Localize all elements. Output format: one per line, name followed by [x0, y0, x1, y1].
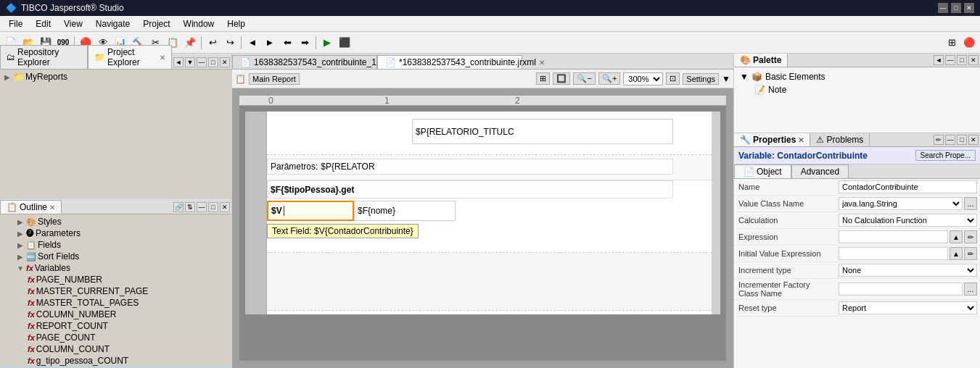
editor-content[interactable]: 0 1 2 $P{RELATORIO_TITULC: [232, 88, 733, 368]
menu-project[interactable]: Project: [137, 17, 176, 30]
palette-close[interactable]: ✕: [968, 55, 979, 65]
outline-close2-btn[interactable]: ✕: [220, 202, 230, 212]
settings-btn[interactable]: Settings: [683, 73, 719, 85]
palette-min[interactable]: —: [945, 55, 955, 65]
btn7[interactable]: 📌: [182, 35, 198, 51]
align-left[interactable]: ◄: [244, 35, 260, 51]
tree-var-g-tipo[interactable]: fx g_tipo_pessoa_COUNT: [1, 355, 230, 367]
outline-max-btn[interactable]: □: [208, 202, 218, 212]
tab-problems[interactable]: ⚠ Problems: [810, 133, 870, 146]
search-props-btn[interactable]: Search Prope...: [915, 150, 976, 161]
tree-variables[interactable]: ▼ fx Variables: [1, 262, 230, 274]
outline-sort-btn[interactable]: ⇅: [185, 202, 195, 212]
title-bar-controls[interactable]: — □ ✕: [938, 3, 974, 13]
palette-max[interactable]: □: [957, 55, 967, 65]
menu-navigate[interactable]: Navigate: [90, 17, 136, 30]
palette-note[interactable]: 📝 Note: [737, 83, 977, 96]
maximize-btn[interactable]: □: [951, 3, 961, 13]
run-btn[interactable]: ▶: [319, 35, 335, 51]
right-scrollbar[interactable]: [712, 112, 720, 314]
prop-incrementer-browse[interactable]: ...: [964, 283, 977, 296]
nav-fwd[interactable]: ➡: [297, 35, 313, 51]
prop-expression-input[interactable]: [839, 230, 948, 243]
menu-window[interactable]: Window: [178, 17, 221, 30]
tab-properties[interactable]: 🔧 Properties ✕: [734, 133, 810, 146]
menu-help[interactable]: Help: [221, 17, 251, 30]
prop-reset-type-select[interactable]: Report Page Column Group None: [839, 301, 977, 314]
zoom-in-btn[interactable]: 🔍+: [598, 72, 620, 85]
proj-max-btn[interactable]: □: [208, 57, 218, 67]
menu-edit[interactable]: Edit: [30, 17, 57, 30]
outline-link-btn[interactable]: 🔗: [173, 202, 184, 212]
prop-name-input[interactable]: [839, 180, 977, 193]
nav-back[interactable]: ⬅: [279, 35, 295, 51]
prop-expression-edit[interactable]: ✏: [964, 230, 977, 243]
tab-outline[interactable]: 📋 Outline ✕: [0, 200, 62, 214]
undo-btn[interactable]: ↩: [205, 35, 221, 51]
tree-var-column-count[interactable]: fx COLUMN_COUNT: [1, 343, 230, 355]
tree-myreports[interactable]: ▶ 📁 MyReports: [1, 71, 230, 83]
editor-tab-2[interactable]: 📄 *1638382537543_contribuinte.jrxml ✕: [377, 55, 522, 69]
title-text-field[interactable]: $P{RELATORIO_TITULC: [412, 119, 673, 144]
props-min[interactable]: —: [945, 135, 955, 145]
tree-var-master-total[interactable]: fx MASTER_TOTAL_PAGES: [1, 297, 230, 309]
props-close-btn[interactable]: ✕: [968, 135, 979, 145]
minimize-btn[interactable]: —: [938, 3, 948, 13]
tree-var-page-number[interactable]: fx PAGE_NUMBER: [1, 274, 230, 285]
outline-min-btn[interactable]: —: [197, 202, 207, 212]
proj-expand-btn[interactable]: ▼: [185, 57, 195, 67]
props-edit-btn[interactable]: ✏: [934, 135, 944, 145]
prop-initial-value-input[interactable]: [839, 247, 948, 260]
tab-advanced[interactable]: Advanced: [791, 164, 849, 178]
zoom-select[interactable]: 300% 200% 150% 100% 75% 50%: [623, 72, 663, 85]
prop-expression-up[interactable]: ▲: [950, 230, 963, 243]
tab-project-explorer[interactable]: 📁 Project Explorer ✕: [88, 45, 172, 69]
tree-var-report-count[interactable]: fx REPORT_COUNT: [1, 320, 230, 332]
align-right[interactable]: ►: [262, 35, 278, 51]
tree-fields[interactable]: ▶ 📋 Fields: [1, 239, 230, 251]
prop-value-class-select[interactable]: java.lang.String java.lang.Integer java.…: [839, 197, 963, 210]
tree-parameters[interactable]: ▶ 🅟 Parameters: [1, 227, 230, 239]
fit-btn[interactable]: ⊡: [666, 72, 680, 85]
tree-sort-fields[interactable]: ▶ 🔤 Sort Fields: [1, 251, 230, 262]
props-close-icon[interactable]: ✕: [798, 136, 804, 144]
prop-calculation-select[interactable]: No Calculation Function Count Sum Averag…: [839, 214, 977, 227]
grid-btn[interactable]: ⊞: [536, 72, 550, 85]
theme-btn[interactable]: 🔴: [961, 35, 977, 51]
tree-var-column-number[interactable]: fx COLUMN_NUMBER: [1, 309, 230, 320]
report-scroll-area[interactable]: $P{RELATORIO_TITULC Parâmetros: $P{RELAT…: [239, 106, 726, 361]
menu-view[interactable]: View: [58, 17, 88, 30]
detail-field-1[interactable]: $F{$tipoPessoa}.get: [267, 180, 673, 198]
proj-close2-btn[interactable]: ✕: [220, 57, 230, 67]
tree-var-master-current[interactable]: fx MASTER_CURRENT_PAGE: [1, 285, 230, 297]
stop-btn[interactable]: ⬛: [337, 35, 353, 51]
props-max[interactable]: □: [957, 135, 967, 145]
outline-close-icon[interactable]: ✕: [49, 204, 55, 212]
palette-basic-elements[interactable]: ▼ 📦 Basic Elements: [737, 70, 977, 83]
main-report-btn[interactable]: Main Report: [249, 73, 300, 85]
prop-increment-type-select[interactable]: None Report Page Column Group: [839, 264, 977, 277]
tab-palette[interactable]: 🎨 Palette: [734, 54, 788, 67]
tab2-close-icon[interactable]: ✕: [539, 59, 545, 67]
nome-field[interactable]: $F{nome}: [354, 201, 456, 221]
tab-repository-explorer[interactable]: 🗂 Repository Explorer: [0, 45, 88, 69]
snap-btn[interactable]: 🔲: [553, 72, 570, 85]
prop-initial-edit[interactable]: ✏: [964, 247, 977, 260]
proj-collapse-btn[interactable]: ◄: [173, 57, 184, 67]
tree-styles[interactable]: ▶ 🎨 Styles: [1, 216, 230, 227]
prop-initial-up[interactable]: ▲: [950, 247, 963, 260]
proj-close-icon[interactable]: ✕: [160, 54, 165, 62]
palette-ctrl1[interactable]: ◄: [934, 55, 944, 65]
tab-object[interactable]: 📄 Object: [734, 164, 791, 178]
prop-incrementer-factory-input[interactable]: [839, 283, 963, 296]
tree-var-page-count[interactable]: fx PAGE_COUNT: [1, 332, 230, 343]
params-field[interactable]: Parâmetros: $P{RELATOR: [267, 159, 673, 175]
proj-min-btn[interactable]: —: [197, 57, 207, 67]
editor-tab-1[interactable]: 📄 1638382537543_contribuinte_1.jrxml: [232, 55, 377, 69]
v-field-selected[interactable]: $V: [267, 201, 354, 221]
prop-value-class-browse[interactable]: ...: [964, 197, 977, 210]
layout-btn[interactable]: ⊞: [944, 35, 960, 51]
redo-btn[interactable]: ↪: [222, 35, 238, 51]
zoom-out-btn[interactable]: 🔍−: [573, 72, 595, 85]
menu-file[interactable]: File: [3, 17, 28, 30]
